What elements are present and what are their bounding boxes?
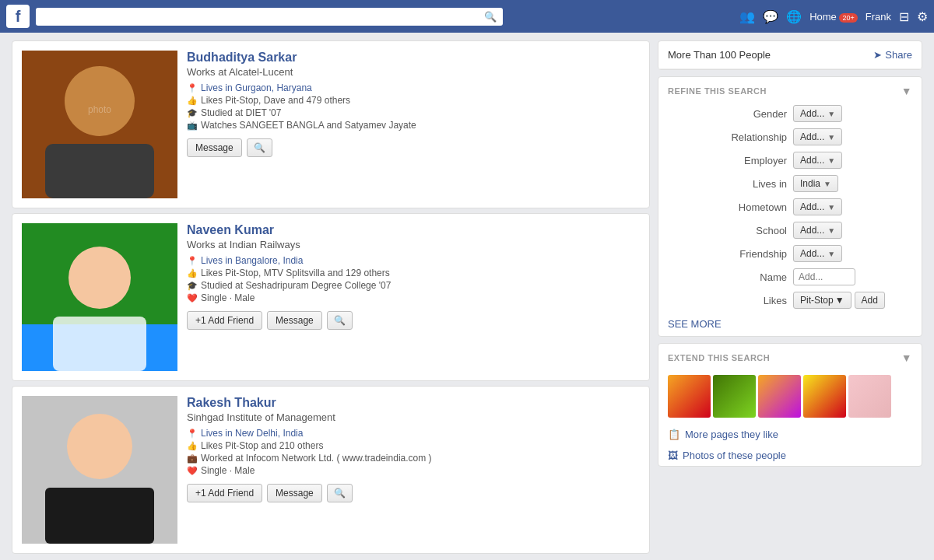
school-dropdown[interactable]: Add... ▼: [793, 222, 842, 239]
hometown-dropdown[interactable]: Add... ▼: [793, 198, 842, 215]
refine-row-school: School Add... ▼: [658, 219, 922, 242]
profile-photo: photo: [22, 51, 177, 198]
pages-icon: 📋: [668, 429, 680, 440]
settings-icon[interactable]: ⊟: [899, 9, 909, 24]
search-profile-button[interactable]: 🔍: [327, 311, 353, 330]
extend-photo: [668, 375, 711, 418]
svg-point-1: [65, 66, 135, 136]
relationship-icon: ❤️: [187, 293, 198, 303]
extend-photo: [848, 375, 891, 418]
extend-chevron-icon[interactable]: ▼: [901, 352, 912, 364]
refine-control-lives-in: India ▼: [793, 175, 912, 192]
likes-add-button[interactable]: Add: [855, 292, 885, 309]
sidebar: More Than 100 People ➤ Share REFINE THIS…: [658, 40, 922, 560]
home-badge: 20+: [839, 13, 857, 23]
svg-text:photo: photo: [88, 104, 111, 115]
result-name[interactable]: Naveen Kumar: [187, 223, 640, 237]
result-detail: ❤️ Single · Male: [187, 292, 640, 303]
profile-photo: [22, 396, 177, 544]
result-work: Works at Alcatel-Lucent: [187, 66, 640, 78]
name-input[interactable]: [793, 268, 855, 285]
extend-photo: [803, 375, 846, 418]
relationship-dropdown[interactable]: Add... ▼: [793, 128, 842, 145]
chevron-down-icon: ▼: [823, 180, 831, 188]
likes-dropdown[interactable]: Pit-Stop ▼: [793, 292, 851, 309]
employer-dropdown[interactable]: Add... ▼: [793, 152, 842, 169]
refine-control-name: [793, 268, 912, 285]
like-icon: 👍: [187, 268, 198, 278]
results-count-section: More Than 100 People ➤ Share: [658, 40, 922, 70]
lives-in-dropdown[interactable]: India ▼: [793, 175, 838, 192]
chevron-down-icon: ▼: [835, 295, 844, 306]
result-detail: 👍 Likes Pit-Stop, Dave and 479 others: [187, 95, 640, 106]
refine-section: REFINE THIS SEARCH ▼ Gender Add... ▼ Rel…: [658, 76, 922, 337]
result-info: Naveen Kumar Works at Indian Railways 📍 …: [187, 223, 640, 371]
extend-section: EXTEND THIS SEARCH ▼ 📋 More pages they l…: [658, 343, 922, 467]
nav-icons: 👥 💬 🌐 Home 20+ Frank ⊟ ⚙: [739, 9, 928, 24]
home-label[interactable]: Home 20+: [809, 11, 858, 23]
location-icon: 📍: [187, 256, 198, 266]
refine-control-likes: Pit-Stop ▼ Add: [793, 292, 912, 309]
refine-section-label: REFINE THIS SEARCH ▼: [658, 77, 922, 102]
education-icon: 🎓: [187, 108, 198, 118]
chevron-down-icon: ▼: [827, 226, 835, 235]
result-name[interactable]: Rakesh Thakur: [187, 396, 640, 410]
search-bar: People who like Pit-Stop and live in Ind…: [36, 8, 503, 26]
profile-photo: [22, 223, 177, 371]
table-row: Naveen Kumar Works at Indian Railways 📍 …: [12, 213, 650, 381]
search-icon[interactable]: 🔍: [484, 11, 497, 23]
location-icon: 📍: [187, 83, 198, 93]
photos-icon: 🖼: [668, 450, 678, 461]
more-pages-link[interactable]: 📋 More pages they like: [658, 424, 922, 445]
share-arrow-icon: ➤: [873, 49, 882, 61]
message-button[interactable]: Message: [267, 311, 322, 330]
result-detail: 👍 Likes Pit-Stop, MTV Splitsvilla and 12…: [187, 268, 640, 278]
refine-row-name: Name: [658, 265, 922, 289]
refine-label-school: School: [668, 225, 787, 236]
extend-section-label: EXTEND THIS SEARCH ▼: [658, 344, 922, 369]
result-work: Sinhgad Institute of Management: [187, 411, 640, 423]
relationship-icon: ❤️: [187, 466, 198, 476]
chevron-down-icon: ▼: [827, 156, 835, 165]
refine-row-relationship: Relationship Add... ▼: [658, 125, 922, 149]
message-button[interactable]: Message: [267, 484, 322, 502]
sidebar-header: More Than 100 People ➤ Share: [658, 41, 922, 69]
result-detail: 📍 Lives in Gurgaon, Haryana: [187, 82, 640, 93]
search-input[interactable]: People who like Pit-Stop and live in Ind…: [42, 11, 481, 23]
messages-nav-icon[interactable]: 💬: [763, 9, 778, 24]
search-profile-button[interactable]: 🔍: [247, 138, 272, 157]
see-more-link[interactable]: SEE MORE: [658, 312, 922, 336]
chevron-down-icon: ▼: [827, 250, 835, 258]
chevron-down-icon: ▼: [827, 203, 835, 212]
chevron-down-icon: ▼: [827, 110, 835, 118]
search-profile-button[interactable]: 🔍: [327, 484, 353, 502]
add-friend-button[interactable]: +1 Add Friend: [187, 311, 262, 330]
result-name[interactable]: Budhaditya Sarkar: [187, 51, 640, 65]
refine-label-lives-in: Lives in: [668, 178, 787, 190]
gender-dropdown[interactable]: Add... ▼: [793, 105, 842, 122]
refine-label-gender: Gender: [668, 108, 787, 120]
tv-icon: 📺: [187, 121, 198, 131]
svg-rect-11: [45, 488, 154, 544]
photos-link[interactable]: 🖼 Photos of these people: [658, 445, 922, 466]
share-button[interactable]: ➤ Share: [873, 49, 912, 61]
add-friend-button[interactable]: +1 Add Friend: [187, 484, 262, 502]
refine-chevron-icon[interactable]: ▼: [901, 85, 912, 97]
notifications-nav-icon[interactable]: 🌐: [786, 9, 802, 24]
facebook-logo[interactable]: f: [6, 5, 30, 28]
like-icon: 👍: [187, 96, 198, 106]
friendship-dropdown[interactable]: Add... ▼: [793, 245, 842, 262]
refine-row-employer: Employer Add... ▼: [658, 149, 922, 172]
gear-icon[interactable]: ⚙: [917, 9, 928, 24]
refine-row-lives-in: Lives in India ▼: [658, 172, 922, 195]
refine-row-friendship: Friendship Add... ▼: [658, 242, 922, 265]
message-button[interactable]: Message: [187, 138, 242, 157]
table-row: photo Budhaditya Sarkar Works at Alcatel…: [12, 40, 650, 208]
main-layout: photo Budhaditya Sarkar Works at Alcatel…: [4, 40, 930, 560]
friends-nav-icon[interactable]: 👥: [739, 9, 755, 24]
refine-label-employer: Employer: [668, 155, 787, 166]
refine-control-gender: Add... ▼: [793, 105, 912, 122]
user-name[interactable]: Frank: [866, 11, 891, 23]
results-list: photo Budhaditya Sarkar Works at Alcatel…: [12, 40, 650, 560]
result-detail: 📍 Lives in Bangalore, India: [187, 255, 640, 266]
